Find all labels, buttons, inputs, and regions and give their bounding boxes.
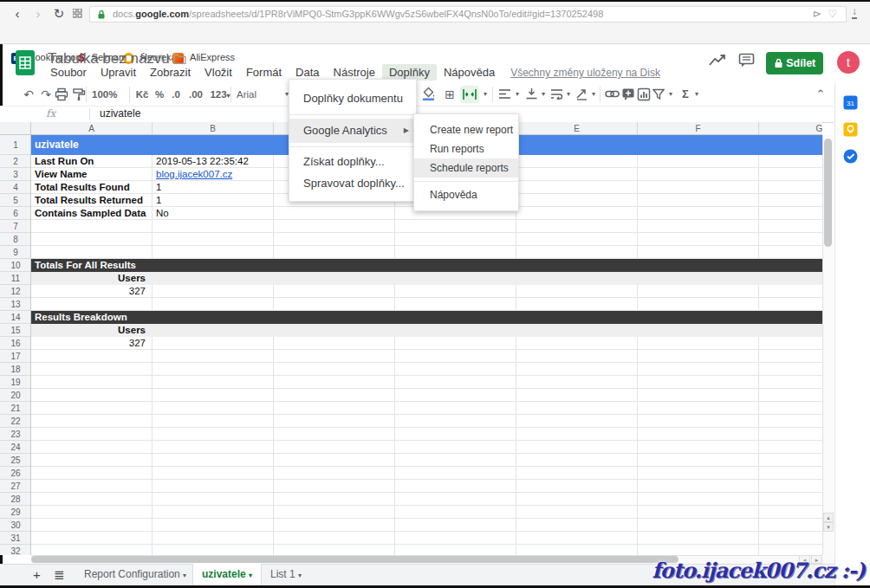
insert-comment-button[interactable] (621, 87, 635, 101)
submenu-item-run-reports[interactable]: Run reports (414, 139, 518, 158)
row-header-8[interactable]: 8 (0, 233, 31, 246)
cell-label[interactable]: Contains Sampled Data (31, 207, 153, 220)
row-header-18[interactable]: 18 (0, 363, 31, 376)
functions-caret[interactable]: ▾ (692, 87, 701, 102)
row-header-17[interactable]: 17 (0, 350, 31, 363)
cell-label[interactable]: Last Run On (31, 155, 153, 168)
paint-format-button[interactable] (72, 87, 86, 101)
row-header-23[interactable]: 23 (0, 428, 31, 441)
star-icon[interactable]: ☆ (156, 51, 167, 65)
cell-label[interactable]: View Name (31, 168, 153, 181)
submenu-item-napoveda[interactable]: Nápověda (414, 185, 518, 204)
column-header-A[interactable]: A (31, 122, 153, 135)
scroll-up-button[interactable]: ▴ (823, 513, 834, 522)
menu-upravit[interactable]: Upravit (94, 64, 143, 81)
functions-button[interactable]: Σ (678, 87, 692, 102)
cell-users-value[interactable]: 327 (31, 337, 149, 350)
row-header-27[interactable]: 27 (0, 480, 31, 493)
row-header-16[interactable]: 16 (0, 337, 31, 350)
account-avatar[interactable]: t (837, 51, 860, 74)
row-header-2[interactable]: 2 (0, 155, 31, 168)
downloads-icon[interactable]: ↓ (852, 6, 857, 19)
menu-item-google-analytics[interactable]: Google Analytics▶ (289, 119, 416, 143)
tab-uzivatele[interactable]: uzivatele ▾ (192, 564, 262, 585)
row-header-22[interactable]: 22 (0, 415, 31, 428)
increase-decimals-button[interactable]: .00 (187, 87, 205, 102)
reload-button[interactable]: ↻ (50, 6, 68, 22)
forward-button[interactable]: › (29, 6, 47, 22)
vertical-align-caret[interactable]: ▾ (539, 87, 548, 102)
column-header-G[interactable]: G (759, 122, 822, 135)
row-header-12[interactable]: 12 (0, 285, 31, 298)
all-sheets-button[interactable]: ≣ (54, 567, 65, 583)
undo-button[interactable]: ↶ (21, 87, 36, 102)
bookmark-heart-icon[interactable]: ♡ (828, 7, 837, 22)
row-header-20[interactable]: 20 (0, 389, 31, 402)
insert-link-button[interactable] (605, 89, 620, 99)
font-select[interactable]: Arial▾ (237, 87, 289, 102)
section-header-breakdown[interactable]: Results Breakdown (31, 311, 822, 324)
row-header-15[interactable]: 15 (0, 324, 31, 337)
decrease-decimals-button[interactable]: .0 (169, 87, 183, 102)
share-page-icon[interactable]: ⊳ (813, 7, 821, 22)
row-header-21[interactable]: 21 (0, 402, 31, 415)
text-rotation-button[interactable] (575, 87, 588, 100)
row-header-26[interactable]: 26 (0, 467, 31, 480)
calendar-icon[interactable]: 31 (843, 95, 858, 110)
menu-napoveda[interactable]: Nápověda (437, 64, 502, 81)
merge-options-caret[interactable]: ▾ (481, 87, 490, 102)
row-header-6[interactable]: 6 (0, 207, 31, 220)
select-all-corner[interactable] (0, 122, 31, 135)
text-wrap-button[interactable] (550, 88, 563, 100)
cell-users-value[interactable]: 327 (31, 285, 149, 298)
print-button[interactable] (55, 87, 68, 101)
comments-icon[interactable] (738, 53, 755, 68)
more-formats-button[interactable]: 123▾ (208, 87, 232, 102)
save-status-link[interactable]: Všechny změny uloženy na Disk (510, 67, 660, 79)
zoom-select[interactable]: 100% ▾ (92, 87, 121, 102)
row-header-11[interactable]: 11 (0, 272, 31, 285)
row-header-13[interactable]: 13 (0, 298, 31, 311)
filter-button[interactable] (652, 88, 665, 100)
column-header-E[interactable]: E (516, 122, 638, 135)
menu-vlozit[interactable]: Vložit (198, 64, 239, 81)
add-sheet-button[interactable]: + (33, 567, 41, 582)
row-header-29[interactable]: 29 (0, 506, 31, 519)
submenu-item-create-new-report[interactable]: Create new report (414, 120, 518, 139)
column-header-F[interactable]: F (638, 122, 759, 135)
formula-input[interactable]: uzivatele (100, 107, 140, 120)
cell-value[interactable]: No (153, 207, 360, 220)
tab-list-1[interactable]: List 1 ▾ (270, 564, 302, 585)
column-header-B[interactable]: B (153, 122, 274, 135)
text-rotation-caret[interactable]: ▾ (589, 87, 598, 102)
row-header-10[interactable]: 10 (0, 259, 31, 272)
vertical-scrollbar-thumb[interactable] (824, 139, 832, 247)
row-header-14[interactable]: 14 (0, 311, 31, 324)
horizontal-align-button[interactable] (498, 88, 511, 100)
fill-color-button[interactable] (422, 87, 436, 100)
filter-views-caret[interactable]: ▾ (666, 87, 675, 102)
sheets-logo[interactable] (14, 49, 36, 77)
menu-item-manage-addons[interactable]: Spravovat doplňky... (289, 172, 416, 194)
row-header-19[interactable]: 19 (0, 376, 31, 389)
row-header-24[interactable]: 24 (0, 441, 31, 454)
tab-report-configuration[interactable]: Report Configuration ▾ (84, 564, 186, 585)
cell-label[interactable]: Total Results Returned (31, 194, 153, 207)
collapse-toolbar-button[interactable]: ⌃ (813, 87, 828, 102)
row-header-32[interactable]: 32 (0, 545, 31, 555)
keep-icon[interactable] (843, 122, 858, 137)
menu-soubor[interactable]: Soubor (43, 64, 94, 81)
address-bar[interactable]: docs.google.com/spreadsheets/d/1PR8rViMP… (89, 6, 847, 23)
borders-button[interactable]: ⊞ (443, 87, 457, 102)
row-header-5[interactable]: 5 (0, 194, 31, 207)
row-header-7[interactable]: 7 (0, 220, 31, 233)
row-header-3[interactable]: 3 (0, 168, 31, 181)
horizontal-scrollbar-thumb[interactable] (31, 556, 678, 563)
back-button[interactable]: ‹ (9, 6, 26, 22)
menu-zobrazit[interactable]: Zobrazit (143, 64, 198, 81)
share-button[interactable]: Sdílet (766, 52, 823, 74)
row-header-4[interactable]: 4 (0, 181, 31, 194)
format-currency-button[interactable]: Kč (134, 87, 150, 102)
horizontal-align-caret[interactable]: ▾ (513, 87, 522, 102)
redo-button[interactable]: ↷ (38, 87, 54, 102)
